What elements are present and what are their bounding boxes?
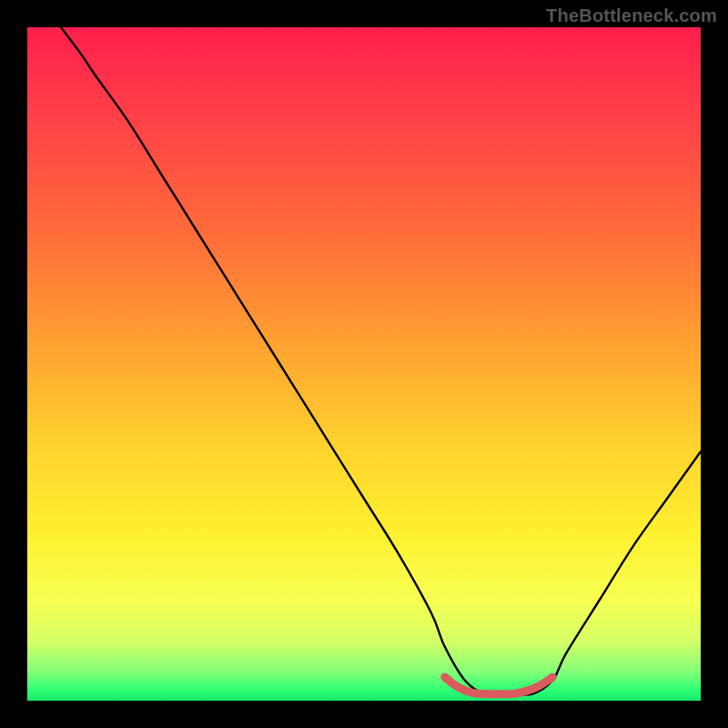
bottleneck-chart <box>0 0 728 728</box>
chart-frame: TheBottleneck.com <box>0 0 728 728</box>
watermark-text: TheBottleneck.com <box>546 5 717 26</box>
